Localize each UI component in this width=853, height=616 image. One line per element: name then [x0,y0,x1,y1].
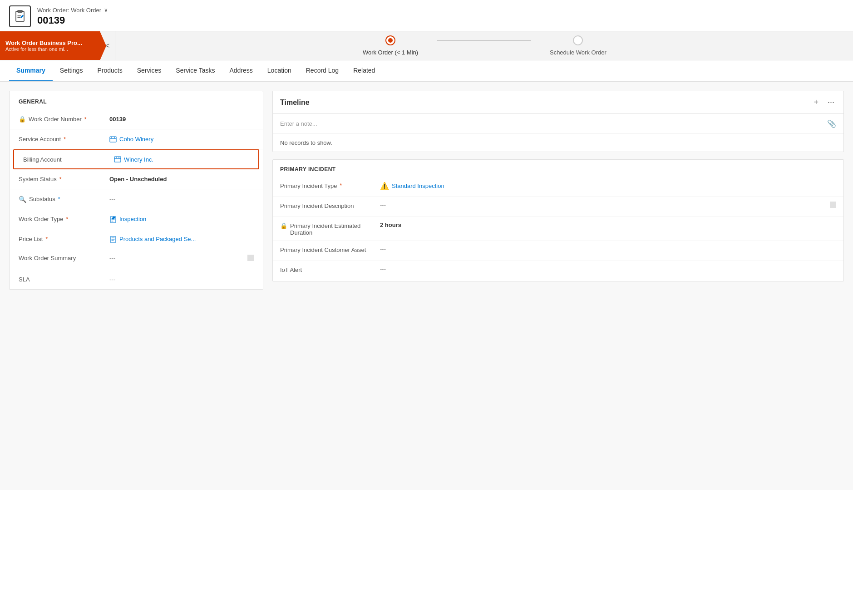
summary-edit-button[interactable] [247,255,254,261]
header-subtitle: Work Order: Work Order ∨ [37,7,108,14]
incident-description-wrapper: --- [380,202,836,208]
field-primary-incident-type: Primary Incident Type * ⚠️ Standard Insp… [273,177,843,197]
required-asterisk: * [66,216,69,222]
field-value-incident-type[interactable]: ⚠️ Standard Inspection [380,182,836,190]
required-asterisk: * [45,236,48,242]
field-label-text: Service Account [19,136,61,143]
timeline-header: Timeline + ··· [273,91,843,114]
field-label-text: System Status [19,176,57,182]
field-value-duration: 2 hours [380,222,836,228]
header-title: Work Order: Work Order ∨ 00139 [37,7,108,26]
header-icon [9,5,31,27]
field-value-summary-wrapper: --- [109,255,254,261]
field-work-order-summary: Work Order Summary --- [10,249,263,269]
field-label-text: SLA [19,276,30,283]
field-sla: SLA --- [10,269,263,289]
timeline-card: Timeline + ··· Enter a note... 📎 No reco… [272,91,844,152]
attach-icon[interactable]: 📎 [827,119,836,128]
work-order-type-link[interactable]: Inspection [119,216,146,222]
field-label-price-list: Price List * [19,236,109,242]
incident-label-duration: 🔒 Primary Incident Estimated Duration [280,222,380,236]
field-value-customer-asset: --- [380,246,836,252]
field-service-account: Service Account * Coho Winery [10,129,263,149]
chevron-down-icon[interactable]: ∨ [104,7,108,13]
field-label-text: Work Order Summary [19,255,76,261]
bpf-stage-2-circle [573,35,583,45]
incident-type-link[interactable]: Standard Inspection [392,182,444,189]
lock-icon-2: 🔒 [280,222,287,229]
svg-rect-3 [114,157,121,162]
field-value-work-order-number: 00139 [109,116,254,123]
field-value-billing-account[interactable]: Winery Inc. [114,156,249,163]
tab-bar: Summary Settings Products Services Servi… [0,60,853,82]
field-work-order-number: 🔒 Work Order Number * 00139 [10,109,263,129]
tab-related[interactable]: Related [346,60,382,81]
bpf-stage-active[interactable]: Work Order Business Pro... Active for le… [0,31,100,60]
tab-record-log[interactable]: Record Log [299,60,346,81]
edit-link-icon [109,216,117,223]
substatus-icon: 🔍 [19,196,26,203]
general-section-title: GENERAL [10,91,263,109]
service-account-link[interactable]: Coho Winery [119,136,153,143]
tab-service-tasks[interactable]: Service Tasks [168,60,222,81]
incident-label-text: Primary Incident Estimated Duration [290,222,380,236]
field-value-substatus: --- [109,196,254,202]
work-order-number: 00139 [37,15,108,26]
iot-alert-value: --- [380,266,386,272]
field-label-text: Work Order Type [19,216,64,222]
tab-summary[interactable]: Summary [9,60,53,81]
field-iot-alert: IoT Alert --- [273,261,843,281]
billing-account-link[interactable]: Winery Inc. [124,156,153,163]
tab-services[interactable]: Services [130,60,169,81]
customer-asset-value: --- [380,246,386,252]
required-asterisk: * [340,182,342,189]
description-edit-button[interactable] [830,202,836,208]
field-value-work-order-type[interactable]: Inspection [109,216,254,223]
tab-products[interactable]: Products [90,60,129,81]
field-label-text: Billing Account [23,156,62,163]
timeline-more-button[interactable]: ··· [826,97,836,108]
optional-asterisk: * [58,196,60,202]
timeline-add-button[interactable]: + [812,97,820,108]
field-value-sla: --- [109,276,254,283]
right-panel: Timeline + ··· Enter a note... 📎 No reco… [272,91,844,481]
tab-location[interactable]: Location [260,60,299,81]
field-value-service-account[interactable]: Coho Winery [109,136,254,143]
clipboard-edit-icon [14,10,26,23]
bpf-stage-1[interactable]: Work Order (< 1 Min) [344,35,438,56]
account-link-icon-2 [114,156,121,163]
field-primary-incident-description: Primary Incident Description --- [273,197,843,217]
field-label-text: Price List [19,236,43,242]
bpf-stage-2[interactable]: Schedule Work Order [531,35,625,56]
field-label-work-order-number: 🔒 Work Order Number * [19,116,109,123]
list-link-icon [109,236,117,243]
tab-address[interactable]: Address [222,60,260,81]
incident-label-text: Primary Incident Description [280,202,354,209]
incident-label-customer-asset: Primary Incident Customer Asset [280,246,380,253]
incident-label-iot-alert: IoT Alert [280,266,380,273]
left-panel: GENERAL 🔒 Work Order Number * 00139 Serv… [9,91,263,481]
field-value-iot-alert: --- [380,266,836,272]
bpf-stage-2-label: Schedule Work Order [550,49,606,56]
incident-label-text: Primary Incident Type [280,182,337,189]
bpf-stages: Work Order (< 1 Min) Schedule Work Order [115,31,853,60]
field-billing-account: Billing Account Winery Inc. [13,149,259,169]
main-content: GENERAL 🔒 Work Order Number * 00139 Serv… [0,82,853,490]
required-asterisk: * [59,176,62,182]
incident-description-value: --- [380,202,386,208]
bpf-stage-1-circle [385,35,395,45]
tab-settings[interactable]: Settings [53,60,90,81]
primary-incident-card: PRIMARY INCIDENT Primary Incident Type *… [272,159,844,281]
field-label-work-order-type: Work Order Type * [19,216,109,222]
field-label-work-order-summary: Work Order Summary [19,255,109,261]
bpf-title: Work Order Business Pro... [5,39,87,46]
page-header: Work Order: Work Order ∨ 00139 [0,0,853,31]
field-value-price-list[interactable]: Products and Packaged Se... [109,236,254,243]
timeline-note-input[interactable]: Enter a note... [280,120,827,127]
bpf-subtitle: Active for less than one mi... [5,46,87,52]
incident-label-description: Primary Incident Description [280,202,380,209]
bpf-arrow [100,31,106,60]
warning-icon: ⚠️ [380,182,389,190]
price-list-link[interactable]: Products and Packaged Se... [119,236,196,242]
required-asterisk: * [84,116,87,123]
